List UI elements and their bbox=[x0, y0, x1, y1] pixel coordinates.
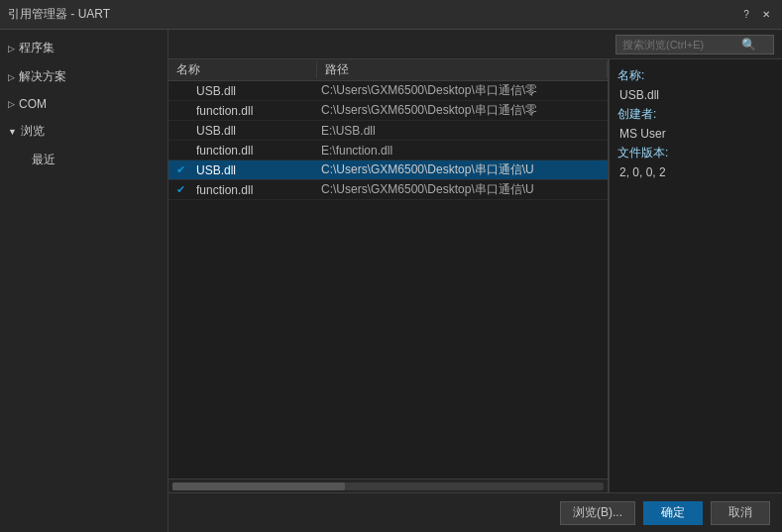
sidebar: ▷ 程序集 ▷ 解决方案 ▷ COM ▼ 浏览 最近 bbox=[0, 30, 168, 532]
info-author-value: MS User bbox=[617, 127, 774, 141]
sidebar-item-label: COM bbox=[19, 97, 47, 111]
sidebar-item-label: 解决方案 bbox=[19, 68, 66, 85]
search-input[interactable] bbox=[622, 39, 741, 51]
browse-button[interactable]: 浏览(B)... bbox=[560, 501, 635, 525]
info-author-label: 创建者: bbox=[617, 106, 774, 123]
search-box[interactable]: 🔍 bbox=[615, 35, 774, 54]
table-row[interactable]: USB.dll E:\USB.dll bbox=[168, 121, 608, 141]
row-path: E:\function.dll bbox=[317, 144, 608, 158]
table-row[interactable]: function.dll C:\Users\GXM6500\Desktop\串口… bbox=[168, 101, 608, 121]
info-name-label: 名称: bbox=[617, 67, 774, 84]
arrow-icon: ▷ bbox=[8, 99, 15, 109]
col-header-path: 路径 bbox=[317, 61, 608, 78]
top-bar: 🔍 bbox=[168, 30, 782, 59]
row-name: function.dll bbox=[192, 183, 317, 197]
sidebar-item-assemblies[interactable]: ▷ 程序集 bbox=[0, 34, 168, 62]
main-layout: ▷ 程序集 ▷ 解决方案 ▷ COM ▼ 浏览 最近 🔍 bbox=[0, 30, 782, 532]
sidebar-item-label: 程序集 bbox=[19, 40, 55, 56]
row-path: C:\Users\GXM6500\Desktop\串口通信\零 bbox=[317, 102, 608, 119]
title-bar: 引用管理器 - UART ? ✕ bbox=[0, 0, 782, 30]
title-text: 引用管理器 - UART bbox=[8, 6, 738, 23]
sidebar-item-browse[interactable]: ▼ 浏览 bbox=[0, 117, 168, 146]
arrow-icon: ▷ bbox=[8, 44, 15, 53]
sidebar-item-com[interactable]: ▷ COM bbox=[0, 91, 168, 117]
cancel-button[interactable]: 取消 bbox=[711, 501, 770, 525]
ok-button[interactable]: 确定 bbox=[643, 501, 703, 525]
row-name: function.dll bbox=[192, 144, 317, 158]
col-header-name: 名称 bbox=[168, 61, 317, 78]
row-name: USB.dll bbox=[192, 84, 317, 98]
sidebar-item-label: 浏览 bbox=[21, 123, 45, 140]
horizontal-scrollbar[interactable] bbox=[168, 479, 608, 492]
scrollbar-track[interactable] bbox=[172, 482, 604, 490]
table-row[interactable]: ✔ function.dll C:\Users\GXM6500\Desktop\… bbox=[168, 180, 608, 200]
row-name: USB.dll bbox=[192, 163, 317, 177]
table-body[interactable]: USB.dll C:\Users\GXM6500\Desktop\串口通信\零 … bbox=[168, 81, 608, 479]
table-row[interactable]: ✔ USB.dll C:\Users\GXM6500\Desktop\串口通信\… bbox=[168, 160, 608, 180]
row-path: C:\Users\GXM6500\Desktop\串口通信\U bbox=[317, 181, 608, 198]
table-row[interactable]: USB.dll C:\Users\GXM6500\Desktop\串口通信\零 bbox=[168, 81, 608, 101]
row-path: E:\USB.dll bbox=[317, 124, 608, 138]
info-version-value: 2, 0, 0, 2 bbox=[617, 165, 774, 179]
table-header: 名称 路径 bbox=[168, 59, 608, 81]
content-area: 🔍 名称 路径 USB.dll bbox=[168, 30, 782, 532]
table-row[interactable]: function.dll E:\function.dll bbox=[168, 141, 608, 160]
help-button[interactable]: ? bbox=[738, 7, 754, 23]
search-icon[interactable]: 🔍 bbox=[741, 38, 756, 52]
bottom-bar: 浏览(B)... 确定 取消 bbox=[168, 492, 782, 532]
info-name-value: USB.dll bbox=[617, 88, 774, 102]
sidebar-item-recent[interactable]: 最近 bbox=[0, 146, 168, 174]
left-table: 名称 路径 USB.dll C:\Users\GXM6500\Desktop\串… bbox=[168, 59, 609, 492]
arrow-icon: ▷ bbox=[8, 72, 15, 82]
check-icon: ✔ bbox=[176, 163, 185, 176]
arrow-icon: ▼ bbox=[8, 127, 17, 137]
right-panel: 名称: USB.dll 创建者: MS User 文件版本: 2, 0, 0, … bbox=[609, 59, 782, 492]
row-check[interactable]: ✔ bbox=[168, 183, 192, 196]
sidebar-item-solution[interactable]: ▷ 解决方案 bbox=[0, 62, 168, 91]
info-version-label: 文件版本: bbox=[617, 145, 774, 161]
sidebar-item-label: 最近 bbox=[32, 152, 56, 168]
check-icon: ✔ bbox=[176, 183, 185, 196]
row-name: USB.dll bbox=[192, 124, 317, 138]
row-check[interactable]: ✔ bbox=[168, 163, 192, 176]
table-area: 名称 路径 USB.dll C:\Users\GXM6500\Desktop\串… bbox=[168, 59, 782, 492]
close-button[interactable]: ✕ bbox=[758, 7, 774, 23]
row-name: function.dll bbox=[192, 104, 317, 118]
scrollbar-thumb[interactable] bbox=[172, 482, 345, 490]
row-path: C:\Users\GXM6500\Desktop\串口通信\零 bbox=[317, 82, 608, 99]
row-path: C:\Users\GXM6500\Desktop\串口通信\U bbox=[317, 161, 608, 178]
